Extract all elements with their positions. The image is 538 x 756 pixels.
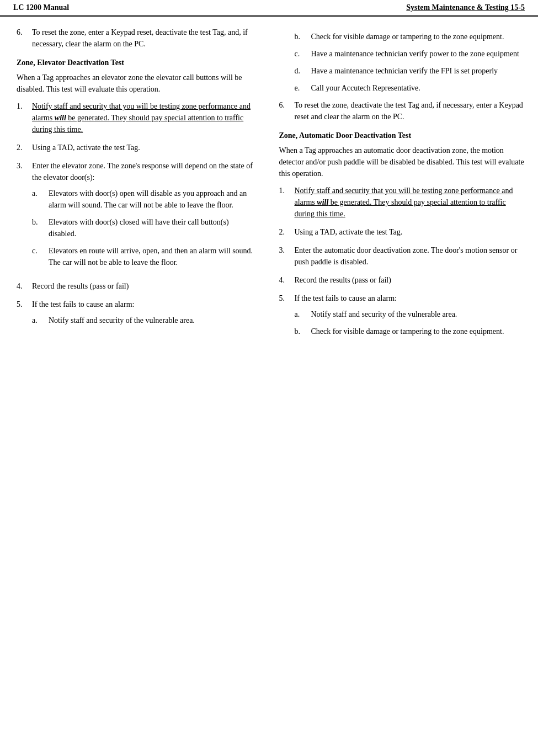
sub-letter: d. bbox=[295, 65, 311, 77]
item-text: Record the results (pass or fail) bbox=[295, 274, 525, 286]
sub-text: Elevators en route will arrive, open, an… bbox=[49, 245, 256, 268]
item-text: To reset the zone, enter a Keypad reset,… bbox=[32, 26, 256, 50]
list-item: 5. If the test fails to cause an alarm: … bbox=[17, 299, 256, 332]
item-text: Using a TAD, activate the test Tag. bbox=[32, 142, 256, 153]
body-paragraph-2: When a Tag approaches an automatic door … bbox=[279, 145, 525, 179]
header-title-left: LC 1200 Manual bbox=[13, 3, 69, 12]
item-text-block: If the test fails to cause an alarm: a. … bbox=[295, 292, 525, 343]
item-text: Record the results (pass or fail) bbox=[32, 280, 256, 292]
sub-text: Notify staff and security of the vulnera… bbox=[49, 315, 256, 326]
sub-text: Have a maintenance technician verify the… bbox=[311, 65, 525, 77]
sub-letter: c. bbox=[295, 48, 311, 60]
item-number: 5. bbox=[279, 292, 295, 343]
content-area: 6. To reset the zone, enter a Keypad res… bbox=[0, 17, 538, 756]
item-number: 1. bbox=[279, 185, 295, 220]
list-item: e. Call your Accutech Representative. bbox=[295, 82, 525, 94]
item-number: 3. bbox=[279, 244, 295, 268]
list-item: b. Check for visible damage or tampering… bbox=[295, 31, 525, 42]
list-item: a. Elevators with door(s) open will disa… bbox=[32, 188, 256, 211]
sub-text: Call your Accutech Representative. bbox=[311, 82, 525, 94]
item-text: Enter the automatic door deactivation zo… bbox=[295, 244, 525, 268]
item-text: Enter the elevator zone. The zone's resp… bbox=[32, 162, 253, 182]
body-paragraph: When a Tag approaches an elevator zone t… bbox=[17, 72, 256, 95]
item-text: Notify staff and security that you will … bbox=[32, 100, 256, 135]
item-number: 4. bbox=[279, 274, 295, 286]
numbered-list: 1. Notify staff and security that you wi… bbox=[17, 100, 256, 332]
page-header: LC 1200 Manual System Maintenance & Test… bbox=[0, 0, 538, 17]
sub-letter: b. bbox=[295, 31, 311, 42]
sub-text: Notify staff and security of the vulnera… bbox=[311, 308, 525, 320]
item-text: Using a TAD, activate the test Tag. bbox=[295, 226, 525, 238]
sub-list-continued: b. Check for visible damage or tampering… bbox=[295, 31, 525, 94]
item-number: 6. bbox=[279, 99, 295, 123]
bold-italic-underlined-text: will bbox=[317, 198, 328, 206]
sub-list: a. Notify staff and security of the vuln… bbox=[32, 315, 256, 326]
list-item: c. Elevators en route will arrive, open,… bbox=[32, 245, 256, 268]
sub-text: Check for visible damage or tampering to… bbox=[311, 31, 525, 42]
list-item: 4. Record the results (pass or fail) bbox=[279, 274, 525, 286]
bold-italic-underlined-text: will bbox=[55, 114, 66, 122]
list-item: b. Check for visible damage or tampering… bbox=[295, 326, 525, 337]
numbered-list-2: 1. Notify staff and security that you wi… bbox=[279, 185, 525, 343]
section-heading-2: Zone, Automatic Door Deactivation Test bbox=[279, 131, 525, 140]
list-item: b. Elevators with door(s) closed will ha… bbox=[32, 216, 256, 239]
list-item: 2. Using a TAD, activate the test Tag. bbox=[17, 142, 256, 153]
sub-list: a. Elevators with door(s) open will disa… bbox=[32, 188, 256, 268]
section-heading: Zone, Elevator Deactivation Test bbox=[17, 58, 256, 67]
item-number: 2. bbox=[279, 226, 295, 238]
list-item: c. Have a maintenance technician verify … bbox=[295, 48, 525, 60]
sub-list: a. Notify staff and security of the vuln… bbox=[295, 308, 525, 337]
left-column: 6. To reset the zone, enter a Keypad res… bbox=[0, 26, 269, 750]
item-number: 6. bbox=[17, 26, 32, 50]
list-item: 6. To reset the zone, enter a Keypad res… bbox=[17, 26, 256, 50]
sub-letter: b. bbox=[32, 216, 49, 239]
item-text: If the test fails to cause an alarm: bbox=[295, 294, 397, 302]
sub-letter: e. bbox=[295, 82, 311, 94]
item-number: 2. bbox=[17, 142, 32, 153]
item-number: 3. bbox=[17, 160, 32, 274]
list-item: 2. Using a TAD, activate the test Tag. bbox=[279, 226, 525, 238]
sub-text: Elevators with door(s) closed will have … bbox=[49, 216, 256, 239]
sub-text: Elevators with door(s) open will disable… bbox=[49, 188, 256, 211]
item-number: 5. bbox=[17, 299, 32, 332]
sub-letter: b. bbox=[295, 326, 311, 337]
item-text: To reset the zone, deactivate the test T… bbox=[295, 99, 525, 123]
item-text: If the test fails to cause an alarm: bbox=[32, 300, 134, 308]
sub-letter: a. bbox=[295, 308, 311, 320]
sub-letter: a. bbox=[32, 188, 49, 211]
page: LC 1200 Manual System Maintenance & Test… bbox=[0, 0, 538, 756]
sub-text: Check for visible damage or tampering to… bbox=[311, 326, 525, 337]
right-column: b. Check for visible damage or tampering… bbox=[269, 26, 539, 750]
sub-letter: a. bbox=[32, 315, 49, 326]
list-item: d. Have a maintenance technician verify … bbox=[295, 65, 525, 77]
item-number: 1. bbox=[17, 100, 32, 135]
list-item: 3. Enter the automatic door deactivation… bbox=[279, 244, 525, 268]
list-item: 6. To reset the zone, deactivate the tes… bbox=[279, 99, 525, 123]
header-title-right: System Maintenance & Testing 15-5 bbox=[406, 3, 525, 12]
list-item: 4. Record the results (pass or fail) bbox=[17, 280, 256, 292]
list-item: a. Notify staff and security of the vuln… bbox=[32, 315, 256, 326]
item-text-block: If the test fails to cause an alarm: a. … bbox=[32, 299, 256, 332]
sub-letter: c. bbox=[32, 245, 49, 268]
list-item: a. Notify staff and security of the vuln… bbox=[295, 308, 525, 320]
item-text: Notify staff and security that you will … bbox=[295, 185, 525, 220]
item-number: 4. bbox=[17, 280, 32, 292]
list-item: 1. Notify staff and security that you wi… bbox=[279, 185, 525, 220]
sub-text: Have a maintenance technician verify pow… bbox=[311, 48, 525, 60]
list-item: 1. Notify staff and security that you wi… bbox=[17, 100, 256, 135]
list-item: 5. If the test fails to cause an alarm: … bbox=[279, 292, 525, 343]
list-item: 3. Enter the elevator zone. The zone's r… bbox=[17, 160, 256, 274]
item-text-block: Enter the elevator zone. The zone's resp… bbox=[32, 160, 256, 274]
